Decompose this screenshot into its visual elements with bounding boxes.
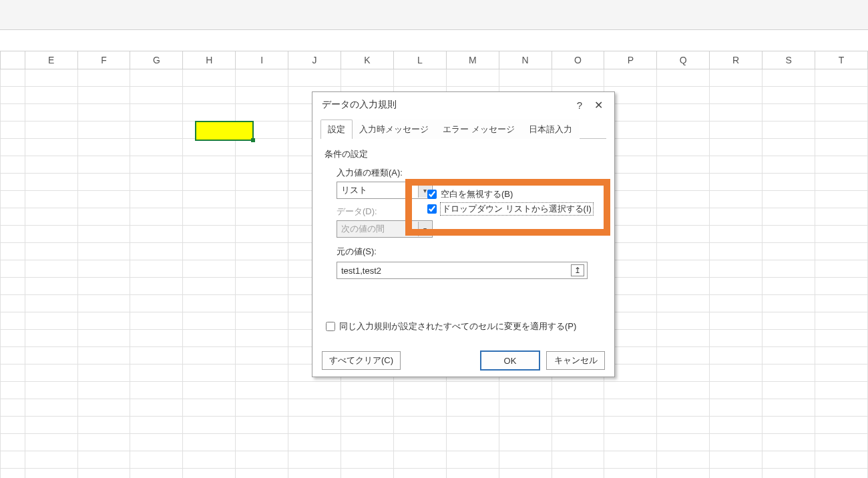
cell[interactable] [183,87,236,103]
cell[interactable] [25,139,78,156]
cell[interactable] [130,365,183,381]
cell[interactable] [25,278,78,294]
column-header-P[interactable]: P [604,51,657,69]
cell[interactable] [710,330,763,346]
cell[interactable] [763,295,815,312]
cell[interactable] [130,399,183,416]
help-icon[interactable]: ? [570,95,589,114]
cell[interactable] [815,208,868,225]
cell[interactable] [447,434,499,451]
cell[interactable] [394,399,447,416]
cell[interactable] [236,260,288,277]
cell[interactable] [552,417,605,433]
cell[interactable] [236,451,288,468]
cell[interactable] [78,104,131,121]
cell[interactable] [552,399,605,416]
cell[interactable] [657,122,710,138]
cell[interactable] [763,451,815,468]
cell[interactable] [763,191,815,208]
cell[interactable] [130,295,183,312]
column-header-Q[interactable]: Q [657,51,710,69]
cell[interactable] [394,382,447,399]
cell[interactable] [657,451,710,468]
cell[interactable] [183,451,236,468]
cell[interactable] [763,330,815,346]
cell[interactable] [499,417,552,433]
cell[interactable] [78,295,131,312]
ignore-blank-box[interactable] [427,190,437,199]
cell[interactable] [183,174,236,190]
column-header-O[interactable]: O [552,51,605,69]
cell[interactable] [78,69,131,86]
cell[interactable] [763,156,815,173]
cell[interactable] [236,104,288,121]
cell[interactable] [25,243,78,260]
cell[interactable] [499,434,552,451]
cell[interactable] [25,312,78,329]
cell[interactable] [25,87,78,103]
cell[interactable] [763,122,815,138]
cancel-button[interactable]: キャンセル [546,351,605,370]
cell[interactable] [815,260,868,277]
cell[interactable] [236,87,288,103]
cell[interactable] [657,87,710,103]
cell[interactable] [183,330,236,346]
cell[interactable] [657,174,710,190]
cell[interactable] [25,347,78,364]
cell[interactable] [763,174,815,190]
cell[interactable] [236,174,288,190]
cell[interactable] [25,104,78,121]
cell[interactable] [815,278,868,294]
cell[interactable] [78,243,131,260]
cell[interactable] [657,469,710,478]
dialog-titlebar[interactable]: データの入力規則 ? ✕ [312,92,614,117]
cell[interactable] [78,208,131,225]
cell[interactable] [78,382,131,399]
cell[interactable] [447,469,499,478]
cell[interactable] [130,330,183,346]
cell[interactable] [130,174,183,190]
cell[interactable] [710,417,763,433]
cell[interactable] [183,399,236,416]
cell[interactable] [78,174,131,190]
cell[interactable] [183,139,236,156]
source-input[interactable]: test1,test2 ↥ [337,262,588,279]
cell[interactable] [183,208,236,225]
cell[interactable] [763,87,815,103]
cell[interactable] [710,156,763,173]
cell[interactable] [815,243,868,260]
column-header-S[interactable]: S [763,51,815,69]
active-cell[interactable] [195,121,254,141]
cell[interactable] [763,208,815,225]
cell[interactable] [78,330,131,346]
cell[interactable] [78,87,131,103]
cell[interactable] [130,278,183,294]
cell[interactable] [78,399,131,416]
cell[interactable] [288,382,341,399]
column-header-R[interactable]: R [710,51,763,69]
tab-2[interactable]: エラー メッセージ [435,120,522,139]
cell[interactable] [236,295,288,312]
cell[interactable] [657,191,710,208]
cell[interactable] [183,243,236,260]
cell[interactable] [130,417,183,433]
cell[interactable] [394,469,447,478]
cell[interactable] [236,226,288,242]
cell[interactable] [710,278,763,294]
cell[interactable] [657,139,710,156]
cell[interactable] [710,365,763,381]
cell[interactable] [78,451,131,468]
cell[interactable] [25,417,78,433]
cell[interactable] [604,382,657,399]
cell[interactable] [604,69,657,86]
cell[interactable] [604,434,657,451]
cell[interactable] [394,417,447,433]
cell[interactable] [815,434,868,451]
cell[interactable] [341,451,394,468]
cell[interactable] [341,382,394,399]
apply-all-checkbox[interactable]: 同じ入力規則が設定されたすべてのセルに変更を適用する(P) [326,320,602,332]
cell[interactable] [183,347,236,364]
cell[interactable] [815,69,868,86]
cell[interactable] [78,469,131,478]
cell[interactable] [236,312,288,329]
